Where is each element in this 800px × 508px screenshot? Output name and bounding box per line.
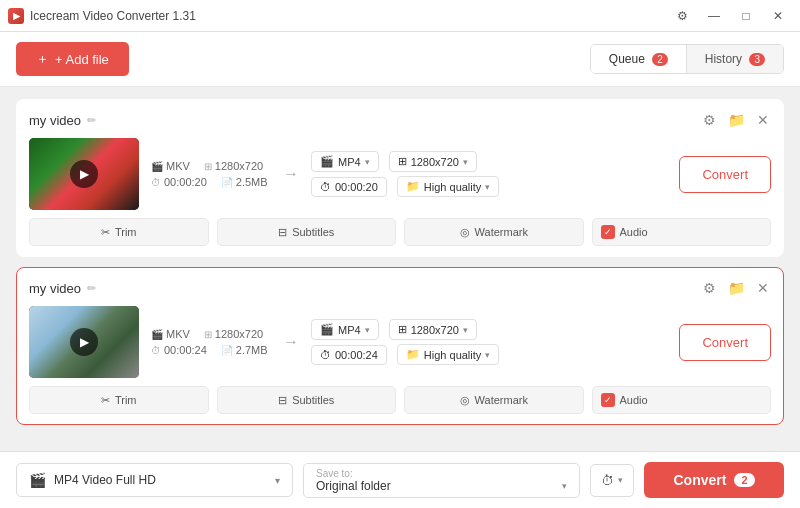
output-quality-btn-1[interactable]: 📁 High quality ▾: [397, 176, 499, 197]
settings-icon-btn[interactable]: ⚙: [668, 6, 696, 26]
maximize-btn[interactable]: □: [732, 6, 760, 26]
card-header-1: my video ✏ ⚙ 📁 ✕: [29, 110, 771, 130]
history-label: History: [705, 52, 742, 66]
format-select-label: MP4 Video Full HD: [54, 473, 156, 487]
trim-btn-2[interactable]: ✂ Trim: [29, 386, 209, 414]
titlebar: ▶ Icecream Video Converter 1.31 ⚙ — □ ✕: [0, 0, 800, 32]
res-caret-1: ▾: [463, 157, 468, 167]
output-duration-btn-2[interactable]: ⏱ 00:00:24: [311, 345, 387, 365]
plus-icon: ＋: [36, 50, 49, 68]
video-card-1: my video ✏ ⚙ 📁 ✕ ▶ 🎬 MKV: [16, 99, 784, 257]
duration-value-2: 00:00:24: [164, 344, 207, 356]
titlebar-left: ▶ Icecream Video Converter 1.31: [8, 8, 196, 24]
file-icon-1: 📄: [221, 177, 233, 188]
out-duration-2: 00:00:24: [335, 349, 378, 361]
out-folder-icon-1: 📁: [406, 180, 420, 193]
clock-caret: ▾: [618, 475, 623, 485]
out-quality-1: High quality: [424, 181, 481, 193]
remove-btn-1[interactable]: ✕: [755, 110, 771, 130]
card-body-2: ▶ 🎬 MKV ⊞ 1280x720 ⏱ 00:00:24: [29, 306, 771, 378]
subtitles-btn-2[interactable]: ⊟ Subtitles: [217, 386, 397, 414]
save-to-select[interactable]: Save to: Original folder ▾: [303, 463, 580, 498]
source-resolution-2: ⊞ 1280x720: [204, 328, 263, 340]
main-convert-button[interactable]: Convert 2: [644, 462, 784, 498]
header: ＋ + Add file Queue 2 History 3: [0, 32, 800, 87]
schedule-btn[interactable]: ⏱ ▾: [590, 464, 634, 497]
settings-btn-2[interactable]: ⚙: [701, 278, 718, 298]
format-caret-1: ▾: [365, 157, 370, 167]
source-duration-2: ⏱ 00:00:24: [151, 344, 207, 356]
file-info-row-1a: 🎬 MKV ⊞ 1280x720: [151, 160, 271, 172]
settings-btn-1[interactable]: ⚙: [701, 110, 718, 130]
close-btn[interactable]: ✕: [764, 6, 792, 26]
output-row-2b: ⏱ 00:00:24 📁 High quality ▾: [311, 344, 667, 365]
output-resolution-btn-1[interactable]: ⊞ 1280x720 ▾: [389, 151, 477, 172]
edit-icon-2[interactable]: ✏: [87, 282, 96, 295]
out-resolution-1: 1280x720: [411, 156, 459, 168]
tab-queue[interactable]: Queue 2: [591, 45, 687, 73]
history-badge: 3: [749, 53, 765, 66]
card-footer-1: ✂ Trim ⊟ Subtitles ◎ Watermark ✓ Audio: [29, 218, 771, 246]
out-clock-icon-2: ⏱: [320, 349, 331, 361]
thumbnail-2[interactable]: ▶: [29, 306, 139, 378]
subtitles-label-1: Subtitles: [292, 226, 334, 238]
clock-icon-1: ⏱: [151, 177, 161, 188]
tab-history[interactable]: History 3: [687, 45, 783, 73]
audio-check-2[interactable]: ✓ Audio: [592, 386, 772, 414]
save-to-value: Original folder ▾: [316, 479, 567, 493]
save-to-label: Save to:: [316, 468, 567, 479]
output-resolution-btn-2[interactable]: ⊞ 1280x720 ▾: [389, 319, 477, 340]
subtitles-btn-1[interactable]: ⊟ Subtitles: [217, 218, 397, 246]
bottom-bar: 🎬 MP4 Video Full HD ▾ Save to: Original …: [0, 451, 800, 508]
play-btn-1[interactable]: ▶: [70, 160, 98, 188]
convert-btn-2[interactable]: Convert: [679, 324, 771, 361]
watermark-icon-2: ◎: [460, 394, 470, 407]
size-value-1: 2.5MB: [236, 176, 268, 188]
folder-btn-1[interactable]: 📁: [726, 110, 747, 130]
output-format-btn-2[interactable]: 🎬 MP4 ▾: [311, 319, 379, 340]
output-settings-2: 🎬 MP4 ▾ ⊞ 1280x720 ▾ ⏱ 00:00:24: [311, 319, 667, 365]
folder-btn-2[interactable]: 📁: [726, 278, 747, 298]
watermark-btn-1[interactable]: ◎ Watermark: [404, 218, 584, 246]
app-title: Icecream Video Converter 1.31: [30, 9, 196, 23]
subtitles-label-2: Subtitles: [292, 394, 334, 406]
source-format-2: 🎬 MKV: [151, 328, 190, 340]
remove-btn-2[interactable]: ✕: [755, 278, 771, 298]
audio-check-1[interactable]: ✓ Audio: [592, 218, 772, 246]
edit-icon-1[interactable]: ✏: [87, 114, 96, 127]
add-file-button[interactable]: ＋ + Add file: [16, 42, 129, 76]
play-btn-2[interactable]: ▶: [70, 328, 98, 356]
size-value-2: 2.7MB: [236, 344, 268, 356]
format-select[interactable]: 🎬 MP4 Video Full HD ▾: [16, 463, 293, 497]
video-title-1: my video: [29, 113, 81, 128]
arrow-icon-2: →: [283, 333, 299, 351]
res-value-2: 1280x720: [215, 328, 263, 340]
format-caret-2: ▾: [365, 325, 370, 335]
card-title-2: my video ✏: [29, 281, 96, 296]
file-info-2: 🎬 MKV ⊞ 1280x720 ⏱ 00:00:24 📄: [151, 328, 271, 356]
out-duration-1: 00:00:20: [335, 181, 378, 193]
thumbnail-1[interactable]: ▶: [29, 138, 139, 210]
out-res-icon-1: ⊞: [398, 155, 407, 168]
output-quality-btn-2[interactable]: 📁 High quality ▾: [397, 344, 499, 365]
main-convert-label: Convert: [673, 472, 726, 488]
res-icon-1: ⊞: [204, 161, 212, 172]
out-format-1: MP4: [338, 156, 361, 168]
output-format-btn-1[interactable]: 🎬 MP4 ▾: [311, 151, 379, 172]
format-select-caret: ▾: [275, 475, 280, 486]
watermark-btn-2[interactable]: ◎ Watermark: [404, 386, 584, 414]
trim-btn-1[interactable]: ✂ Trim: [29, 218, 209, 246]
trim-label-2: Trim: [115, 394, 137, 406]
queue-label: Queue: [609, 52, 645, 66]
convert-btn-1[interactable]: Convert: [679, 156, 771, 193]
output-duration-btn-1[interactable]: ⏱ 00:00:20: [311, 177, 387, 197]
out-folder-icon-2: 📁: [406, 348, 420, 361]
video-card-2: my video ✏ ⚙ 📁 ✕ ▶ 🎬 MKV: [16, 267, 784, 425]
save-to-caret: ▾: [562, 481, 567, 491]
titlebar-controls: ⚙ — □ ✕: [668, 6, 792, 26]
res-caret-2: ▾: [463, 325, 468, 335]
card-actions-1: ⚙ 📁 ✕: [701, 110, 771, 130]
film-icon-1: 🎬: [151, 161, 163, 172]
minimize-btn[interactable]: —: [700, 6, 728, 26]
save-to-text: Original folder: [316, 479, 391, 493]
